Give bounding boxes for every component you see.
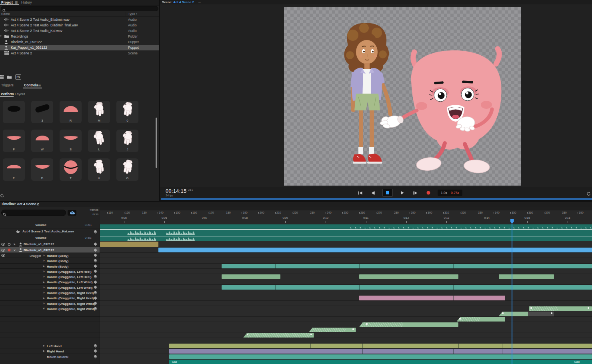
folder-icon[interactable] <box>7 73 12 80</box>
project-row[interactable]: >RecordingsFolder <box>0 34 159 39</box>
keyframe-mark[interactable] <box>502 312 504 314</box>
trigger-tile-R[interactable]: R <box>60 101 82 123</box>
visibility-eye-icon[interactable] <box>1 241 5 247</box>
track-bar[interactable] <box>499 312 528 316</box>
audio-cue-bell-icon[interactable] <box>94 241 97 247</box>
trigger-tile[interactable] <box>3 101 25 123</box>
track-header[interactable]: >Handle (Draggable, Left Heel) <box>0 274 100 279</box>
track-lane[interactable] <box>100 290 592 295</box>
audio-cue-bell-icon[interactable] <box>94 274 97 279</box>
timeline-search-input[interactable] <box>7 210 65 216</box>
track-lane[interactable] <box>100 311 592 316</box>
trigger-tile-H[interactable]: H <box>88 158 110 181</box>
tab-history[interactable]: History <box>21 0 32 4</box>
audio-cue-bell-icon[interactable] <box>94 285 97 290</box>
audio-cue-bell-icon[interactable] <box>94 348 97 354</box>
disclosure-icon[interactable]: > <box>43 348 44 354</box>
visibility-eye-icon[interactable] <box>1 247 5 253</box>
track-lane[interactable] <box>100 343 592 348</box>
disclosure-icon[interactable]: > <box>43 253 44 258</box>
project-search-input[interactable] <box>7 6 156 11</box>
scene-canvas[interactable] <box>284 7 521 186</box>
disclosure-icon[interactable]: > <box>43 343 44 348</box>
track-header[interactable]: >Left Hand <box>0 343 100 348</box>
audio-cue-bell-icon[interactable] <box>94 253 97 258</box>
audio-cue-bell-icon[interactable] <box>94 295 97 300</box>
volume-value[interactable]: 0 dB <box>85 224 91 227</box>
controls-scrollbar[interactable] <box>156 118 157 168</box>
track-header[interactable] <box>0 327 100 332</box>
timeline-ruler[interactable]: 1101201301401501601701801902002102202302… <box>100 210 592 225</box>
track-header[interactable]: >Handle (Body) <box>0 258 100 263</box>
track-bar[interactable] <box>222 264 592 268</box>
record-button[interactable] <box>424 189 432 196</box>
track-lane[interactable] <box>100 264 592 269</box>
tab-project[interactable]: Project <box>1 0 13 4</box>
disclosure-icon[interactable]: > <box>14 241 15 247</box>
frame-back-button[interactable] <box>369 189 377 196</box>
disclosure-icon[interactable]: > <box>43 269 44 274</box>
keyframe-mark[interactable] <box>352 328 354 330</box>
track-lane[interactable] <box>100 354 592 359</box>
selected-range[interactable] <box>528 312 554 316</box>
track-header[interactable]: >Handle (Draggable, Right Heel) <box>0 290 100 295</box>
track-header[interactable]: >Handle (Draggable, Right Heel) <box>0 295 100 300</box>
track-bar[interactable] <box>169 354 592 359</box>
girl-character[interactable] <box>344 23 390 164</box>
track-bar[interactable] <box>169 344 592 348</box>
disclosure-icon[interactable]: > <box>43 290 44 295</box>
track-header[interactable]: >Handle (Body) <box>0 264 100 269</box>
play-button[interactable] <box>398 189 406 196</box>
trigger-tile-W[interactable]: W <box>31 130 53 152</box>
track-lane[interactable] <box>100 279 592 284</box>
timeline-search[interactable] <box>1 210 66 216</box>
disclosure-icon[interactable]: > <box>14 247 15 253</box>
trigger-tile-3[interactable]: 3 <box>31 101 53 123</box>
track-lane[interactable] <box>100 247 592 253</box>
volume-envelope-line[interactable] <box>100 229 592 230</box>
track-header[interactable]: Mouth Neutral <box>0 354 100 359</box>
audio-cue-bell-icon[interactable] <box>94 228 97 235</box>
keyframe-mark[interactable] <box>588 307 589 309</box>
project-row[interactable]: Bladimir_v1_092122Puppet <box>0 39 159 45</box>
track-bar[interactable] <box>309 328 356 332</box>
track-header[interactable] <box>0 317 100 322</box>
track-header[interactable]: >Handle (Draggable, Left Heel) <box>0 269 100 274</box>
solo-ring-icon[interactable] <box>8 241 11 247</box>
disclosure-icon[interactable]: > <box>43 301 44 306</box>
photoshop-icon[interactable]: Ps <box>15 74 21 80</box>
track-bar[interactable] <box>222 285 592 290</box>
trigger-tile-L[interactable]: L <box>88 130 110 152</box>
volume-value[interactable]: 0 dB <box>85 236 91 240</box>
project-row[interactable]: Act 4 Scene 2 Test Audio_Kai.wavAudio <box>0 28 159 34</box>
tab-triggers[interactable]: Triggers <box>1 83 14 87</box>
track-lane[interactable] <box>100 253 592 258</box>
track-header[interactable] <box>0 311 100 316</box>
track-header[interactable]: >Handle (Draggable, Left Wrist) <box>0 279 100 284</box>
track-header[interactable] <box>0 338 100 343</box>
timeline-menu-icon[interactable]: ☰ <box>36 202 39 206</box>
keyframe-mark[interactable] <box>247 334 248 335</box>
audio-cue-bell-icon[interactable] <box>94 279 97 284</box>
trigger-tile-0[interactable]: 0 <box>116 101 138 123</box>
audio-cue-bell-icon[interactable] <box>94 290 97 295</box>
track-header[interactable] <box>0 332 100 338</box>
track-lane[interactable] <box>100 348 592 354</box>
track-lane[interactable] <box>100 301 592 306</box>
disclosure-icon[interactable]: > <box>43 285 44 290</box>
record-arm-icon[interactable] <box>8 247 11 253</box>
subtab-layout[interactable]: Layout <box>15 92 25 96</box>
playback-speed[interactable]: 1.0x 0.75x <box>438 190 462 196</box>
keyframe-mark[interactable] <box>310 334 312 335</box>
scene-name-link[interactable]: Act 4 Scene 2 <box>173 0 194 4</box>
volume-envelope-line[interactable] <box>100 236 592 236</box>
track-lane[interactable] <box>100 241 592 247</box>
track-bar[interactable] <box>359 274 458 279</box>
track-bar[interactable] <box>243 333 314 337</box>
track-lane[interactable] <box>100 332 592 338</box>
audio-cue-bell-icon[interactable] <box>94 258 97 263</box>
audio-cue-bell-icon[interactable] <box>94 264 97 269</box>
track-bar[interactable] <box>529 306 592 311</box>
track-header[interactable]: Act 4 Scene 2 Test Audio_Kai.wav <box>0 228 100 235</box>
panel-corner-icon[interactable] <box>0 192 4 199</box>
